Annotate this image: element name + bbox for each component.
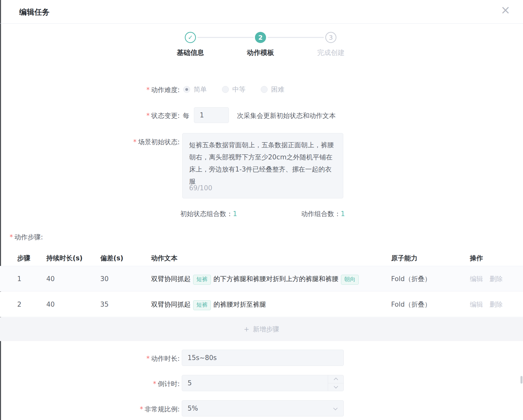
object-tag: 短裤 [193, 275, 211, 285]
step-2-number: 2 [258, 34, 263, 41]
header-divider [0, 23, 523, 24]
radio-easy-label: 简单 [194, 85, 207, 94]
action-combo-value: 1 [341, 210, 345, 218]
unusual-ratio-label: *非常规比例: [96, 405, 180, 414]
step-label-basic-info: 基础信息 [163, 48, 218, 57]
required-asterisk: * [133, 138, 136, 146]
dialog-title: 编辑任务 [19, 7, 50, 17]
radio-medium-label: 中等 [232, 85, 246, 94]
row2-step: 2 [17, 292, 22, 317]
row1-action-text: 双臂协同抓起短裤的下方裤腿和裤腰对折到上方的裤腿和裤腰朝向 [151, 266, 361, 291]
row1-deviation: 30 [100, 266, 109, 291]
number-spinner [328, 375, 344, 391]
state-change-suffix: 次采集会更新初始状态和动作文本 [237, 111, 336, 120]
initial-state-textarea[interactable]: 短裤五条数据背面朝上，五条数据正面朝上，裤腰朝右，离头部视野下方至少20cm之外… [182, 133, 343, 198]
state-change-input[interactable]: 1 [194, 107, 229, 123]
duration-input[interactable]: 15s~80s [182, 350, 344, 366]
chevron-down-icon [333, 406, 338, 410]
spinner-up-button[interactable] [328, 375, 344, 383]
dialog-left-edge [0, 0, 1, 420]
row2-delete-link[interactable]: 删除 [490, 292, 503, 317]
required-asterisk: * [10, 233, 13, 241]
scrollbar-thumb[interactable] [520, 376, 522, 384]
spinner-down-button[interactable] [328, 383, 344, 391]
initial-state-label: *场景初始状态: [96, 138, 180, 146]
state-change-label: *状态变更: [96, 111, 180, 120]
row2-action-text: 双臂协同抓起短裤的裤腰对折至裤腿 [151, 292, 266, 317]
row1-delete-link[interactable]: 删除 [490, 266, 503, 291]
action-steps-label: *动作步骤: [10, 233, 43, 242]
row1-duration: 40 [46, 266, 55, 291]
col-duration: 持续时长(s) [46, 250, 83, 266]
table-row: 2 40 35 双臂协同抓起短裤的裤腰对折至裤腿 Fold（折叠） 编辑 删除 [0, 292, 523, 317]
difficulty-radio-group: 简单 中等 困难 [183, 85, 284, 94]
add-step-button[interactable]: + 新增步骤 [0, 317, 523, 341]
step-2-circle: 2 [255, 32, 266, 43]
row1-edit-link[interactable]: 编辑 [470, 266, 483, 291]
col-deviation: 偏差(s) [100, 250, 123, 266]
action-combo-count: 动作组合数：1 [301, 209, 345, 218]
step-label-finish: 完成创建 [303, 48, 359, 57]
table-header: 步骤 持续时长(s) 偏差(s) 动作文本 原子能力 操作 [0, 250, 523, 266]
step-1-circle: ✓ [185, 32, 196, 43]
required-asterisk: * [153, 380, 156, 388]
required-asterisk: * [146, 112, 150, 119]
row2-ability: Fold（折叠） [391, 292, 431, 317]
row1-step: 1 [17, 266, 22, 291]
col-action-text: 动作文本 [151, 250, 177, 266]
duration-label: *动作时长: [96, 354, 180, 363]
required-asterisk: * [146, 355, 150, 362]
radio-hard-label: 困难 [271, 85, 284, 94]
chevron-down-icon [334, 384, 338, 388]
stepper-connector [197, 37, 254, 38]
radio-easy[interactable]: 简单 [183, 85, 207, 94]
unusual-ratio-select[interactable]: 5% [182, 400, 344, 416]
radio-circle [261, 86, 268, 93]
table-row: 1 40 30 双臂协同抓起短裤的下方裤腿和裤腰对折到上方的裤腿和裤腰朝向 Fo… [0, 266, 523, 291]
close-icon[interactable]: × [500, 4, 510, 16]
radio-circle-selected [183, 86, 190, 93]
step-3-number: 3 [329, 34, 333, 41]
chevron-up-icon [334, 378, 338, 382]
row2-edit-link[interactable]: 编辑 [470, 292, 483, 317]
row2-duration: 40 [46, 292, 55, 317]
col-step: 步骤 [17, 250, 30, 266]
col-operation: 操作 [470, 250, 483, 266]
add-step-label: 新增步骤 [253, 325, 279, 334]
step-label-action-template: 动作模板 [233, 48, 288, 57]
col-ability: 原子能力 [391, 250, 417, 266]
object-tag: 短裤 [193, 300, 211, 310]
stepper-connector [268, 37, 324, 38]
initial-combo-value: 1 [233, 210, 237, 218]
orientation-tag: 朝向 [341, 275, 359, 285]
radio-circle [222, 86, 229, 93]
initial-state-text: 短裤五条数据背面朝上，五条数据正面朝上，裤腰朝右，离头部视野下方至少20cm之外… [189, 139, 336, 187]
radio-medium[interactable]: 中等 [222, 85, 246, 94]
plus-icon: + [244, 325, 249, 333]
radio-hard[interactable]: 困难 [261, 85, 284, 94]
difficulty-label: *动作难度: [96, 86, 180, 94]
state-change-prefix: 每 [183, 111, 189, 120]
char-counter: 69/100 [189, 182, 212, 194]
countdown-input[interactable]: 5 [182, 375, 344, 391]
required-asterisk: * [146, 86, 150, 94]
countdown-label: *倒计时: [96, 380, 180, 388]
check-icon: ✓ [188, 34, 193, 41]
required-asterisk: * [140, 405, 143, 413]
step-3-circle: 3 [325, 32, 336, 43]
row2-deviation: 35 [100, 292, 109, 317]
initial-combo-count: 初始状态组合数：1 [180, 209, 237, 218]
row1-ability: Fold（折叠） [391, 266, 431, 291]
